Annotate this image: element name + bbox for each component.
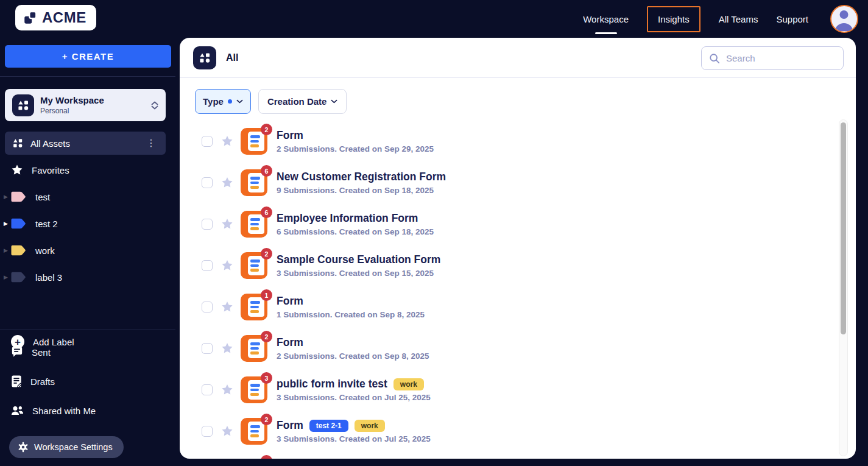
expand-arrow-icon[interactable]: ▶ xyxy=(4,274,10,280)
asset-title[interactable]: Form xyxy=(277,129,303,142)
favorite-star-icon[interactable] xyxy=(221,300,234,314)
nav-support[interactable]: Support xyxy=(775,10,810,28)
chevron-updown-icon[interactable] xyxy=(151,101,158,110)
favorite-star-icon[interactable] xyxy=(221,217,234,231)
asset-title[interactable]: New Customer Registration Form xyxy=(277,171,446,183)
search-box[interactable] xyxy=(701,46,844,70)
active-filter-dot xyxy=(228,99,232,104)
search-icon xyxy=(709,53,720,64)
asset-row[interactable] xyxy=(180,452,838,459)
expand-arrow-icon[interactable]: ▶ xyxy=(4,221,10,227)
row-checkbox[interactable] xyxy=(202,260,213,271)
asset-title[interactable]: Form xyxy=(277,419,303,432)
asset-subtitle: 6 Submissions. Created on Sep 18, 2025 xyxy=(277,227,434,236)
type-filter-button[interactable]: Type xyxy=(195,89,251,114)
sidebar-item-all-assets[interactable]: All Assets ⋮ xyxy=(5,132,166,155)
asset-row[interactable]: 3 public form invite test work 3 Submiss… xyxy=(180,369,838,411)
logo-text: ACME xyxy=(42,9,86,26)
workspace-switcher[interactable]: My Workspace Personal xyxy=(5,89,166,121)
asset-subtitle: 2 Submissions. Created on Sep 8, 2025 xyxy=(277,351,429,361)
create-button[interactable]: + CREATE xyxy=(5,45,171,68)
drafts-label: Drafts xyxy=(30,376,55,387)
sidebar-item-shared-with-me[interactable]: Shared with Me xyxy=(0,396,175,425)
sidebar-label-work[interactable]: ▶ work xyxy=(0,237,175,264)
expand-arrow-icon[interactable]: ▶ xyxy=(4,247,10,253)
asset-title[interactable]: Employee Information Form xyxy=(277,212,418,225)
label-name: label 3 xyxy=(35,272,62,283)
tag-work[interactable]: work xyxy=(393,378,424,390)
form-icon: 6 xyxy=(241,169,267,196)
asset-row[interactable]: 2 Form test 2-1work 3 Submissions. Creat… xyxy=(180,411,838,452)
workspace-title: My Workspace xyxy=(40,95,145,106)
asset-row[interactable]: 2 Sample Course Evaluation Form 3 Submis… xyxy=(180,245,838,286)
asset-subtitle: 9 Submissions. Created on Sep 18, 2025 xyxy=(277,186,446,195)
search-input[interactable] xyxy=(726,53,847,63)
page-title: All xyxy=(226,52,238,63)
row-checkbox[interactable] xyxy=(202,219,213,230)
form-icon: 1 xyxy=(241,294,267,320)
favorite-star-icon[interactable] xyxy=(221,383,234,397)
favorite-star-icon[interactable] xyxy=(221,425,234,438)
favorite-star-icon[interactable] xyxy=(221,259,234,272)
asset-row[interactable]: 1 Form 1 Submission. Created on Sep 8, 2… xyxy=(180,286,838,328)
scrollbar-track[interactable] xyxy=(839,119,848,456)
asset-subtitle: 3 Submissions. Created on Jul 25, 2025 xyxy=(277,434,431,443)
nav-insights[interactable]: Insights xyxy=(647,6,700,32)
asset-title[interactable]: Form xyxy=(277,336,303,349)
nav-workspace[interactable]: Workspace xyxy=(582,10,630,28)
sidebar-label-label-3[interactable]: ▶ label 3 xyxy=(0,264,175,291)
sidebar-label-test-2[interactable]: ▶ test 2 xyxy=(0,210,175,237)
asset-title[interactable]: public form invite test xyxy=(277,378,387,390)
kebab-menu-icon[interactable]: ⋮ xyxy=(144,138,158,148)
submission-count-badge: 3 xyxy=(261,372,272,384)
chevron-down-icon xyxy=(236,99,243,104)
label-tag-icon xyxy=(11,191,27,202)
asset-title[interactable]: Sample Course Evaluation Form xyxy=(277,253,440,266)
row-checkbox[interactable] xyxy=(202,177,213,188)
nav-all-teams[interactable]: All Teams xyxy=(718,10,760,28)
grid-icon xyxy=(12,138,23,149)
sidebar-item-drafts[interactable]: Drafts xyxy=(0,367,175,396)
sidebar-item-sent[interactable]: Sent xyxy=(0,337,175,367)
user-avatar[interactable] xyxy=(830,5,858,33)
sent-label: Sent xyxy=(32,347,51,358)
row-checkbox[interactable] xyxy=(202,384,213,395)
sidebar-label-test[interactable]: ▶ test xyxy=(0,183,175,210)
sort-filter-label: Creation Date xyxy=(267,96,327,107)
acme-logo[interactable]: ACME xyxy=(15,5,96,30)
sort-filter-button[interactable]: Creation Date xyxy=(258,89,347,114)
asset-row[interactable]: 2 Form 2 Submissions. Created on Sep 29,… xyxy=(180,121,838,162)
favorite-star-icon[interactable] xyxy=(221,342,234,355)
divider xyxy=(0,76,175,77)
label-tag-icon xyxy=(11,245,27,256)
top-bar: ACME Workspace Insights All Teams Suppor… xyxy=(0,0,868,38)
row-checkbox[interactable] xyxy=(202,302,213,312)
panel-header: All xyxy=(180,38,856,78)
form-icon: 2 xyxy=(241,128,267,155)
submission-count-badge: 1 xyxy=(261,289,272,301)
type-filter-label: Type xyxy=(203,96,224,107)
asset-title[interactable]: Form xyxy=(277,295,303,308)
asset-subtitle: 1 Submission. Created on Sep 8, 2025 xyxy=(277,310,425,319)
expand-arrow-icon[interactable]: ▶ xyxy=(4,194,10,200)
favorite-star-icon[interactable] xyxy=(221,135,234,148)
label-name: test xyxy=(35,192,50,202)
sidebar-item-favorites[interactable]: Favorites xyxy=(0,157,175,183)
form-icon: 2 xyxy=(241,335,267,362)
row-checkbox[interactable] xyxy=(202,343,213,354)
tag-test-2-1[interactable]: test 2-1 xyxy=(309,420,348,432)
sidebar: + CREATE My Workspace Personal xyxy=(0,38,175,466)
asset-row[interactable]: 6 Employee Information Form 6 Submission… xyxy=(180,203,838,245)
asset-row[interactable]: 6 New Customer Registration Form 9 Submi… xyxy=(180,162,838,203)
workspace-settings-button[interactable]: Workspace Settings xyxy=(9,436,124,458)
top-nav: Workspace Insights All Teams Support xyxy=(582,0,858,38)
asset-row[interactable]: 2 Form 2 Submissions. Created on Sep 8, … xyxy=(180,328,838,369)
tag-work[interactable]: work xyxy=(355,420,385,432)
shared-with-me-label: Shared with Me xyxy=(32,406,96,416)
label-tag-icon xyxy=(11,272,27,283)
favorite-star-icon[interactable] xyxy=(221,176,234,189)
row-checkbox[interactable] xyxy=(202,136,213,147)
scrollbar-thumb[interactable] xyxy=(841,122,846,334)
submission-count-badge xyxy=(261,455,272,459)
row-checkbox[interactable] xyxy=(202,426,213,437)
